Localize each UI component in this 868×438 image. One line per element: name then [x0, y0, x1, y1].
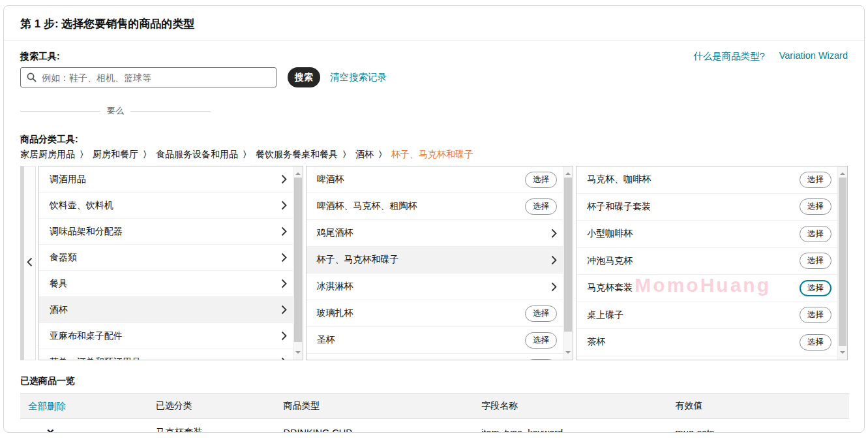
chevron-right-icon: [281, 253, 287, 262]
category-item[interactable]: 啤酒杯、马克杯、粗陶杯 选择: [307, 193, 573, 220]
scroll-down-icon[interactable]: [293, 349, 303, 359]
category-item[interactable]: 冰淇淋杯: [307, 274, 573, 300]
category-item[interactable]: 玻璃扎杯 选择: [307, 300, 573, 327]
scrollbar-thumb[interactable]: [564, 178, 572, 332]
category-item-label: 桌上碟子: [587, 309, 623, 321]
category-item[interactable]: 冲泡马克杯 选择: [576, 248, 847, 275]
category-item-label: 马克杯套装: [587, 282, 633, 294]
breadcrumb-item[interactable]: 〉 杯子、马克杯和碟子: [374, 149, 473, 161]
breadcrumb-item[interactable]: 〉 厨房和餐厅: [75, 149, 138, 161]
table-body: ✕ 马克杯套装 DRINKING CUP item_type_keyword m…: [20, 419, 849, 433]
breadcrumb-separator-icon: 〉: [342, 149, 351, 161]
collapse-left-button[interactable]: [20, 166, 36, 360]
scroll-up-icon[interactable]: [563, 167, 573, 177]
delete-all-link[interactable]: 全部删除: [28, 401, 66, 411]
select-button[interactable]: 选择: [800, 334, 831, 351]
select-button[interactable]: 选择: [800, 307, 831, 323]
category-item[interactable]: 调味品架和分配器: [39, 219, 303, 245]
table-row: ✕ 马克杯套装 DRINKING CUP item_type_keyword m…: [20, 419, 849, 433]
select-button[interactable]: 选择: [525, 332, 557, 349]
category-item-label: 饮料壶、饮料机: [50, 200, 113, 211]
scroll-up-icon[interactable]: [838, 167, 847, 177]
category-item[interactable]: 桌上碟子 选择: [576, 302, 847, 330]
select-button[interactable]: 选择: [525, 359, 557, 361]
scrollbar[interactable]: [563, 166, 573, 360]
scrollbar-thumb[interactable]: [839, 178, 846, 346]
category-item[interactable]: 鸡尾酒杯: [307, 220, 573, 247]
scroll-up-icon[interactable]: [293, 167, 303, 177]
search-input[interactable]: [20, 67, 277, 87]
variation-wizard-link[interactable]: Variation Wizard: [779, 50, 848, 63]
select-button[interactable]: 选择: [800, 198, 831, 215]
select-button[interactable]: 选择: [525, 172, 557, 188]
breadcrumb-item[interactable]: 〉 餐饮服务餐桌和餐具: [238, 149, 338, 161]
category-item-label: 餐具: [50, 278, 68, 290]
category-item[interactable]: 杯子、马克杯和碟子: [307, 247, 573, 274]
select-button[interactable]: 选择: [800, 280, 831, 296]
chevron-right-icon: [281, 357, 287, 360]
category-item-label: 调酒用品: [50, 174, 86, 185]
breadcrumb-item[interactable]: 〉 家居厨房用品: [20, 149, 75, 161]
category-item[interactable]: 饮料壶、饮料机: [39, 193, 303, 219]
scroll-down-icon[interactable]: [838, 349, 847, 359]
category-item[interactable]: 水杯 选择: [307, 354, 573, 360]
what-is-product-type-link[interactable]: 什么是商品类型?: [693, 50, 765, 63]
category-item[interactable]: 茶杯 选择: [576, 329, 847, 356]
category-item[interactable]: 小型咖啡杯 选择: [576, 221, 847, 248]
category-item-label: 玻璃扎杯: [317, 307, 353, 319]
divider-line: [130, 111, 211, 112]
breadcrumb-item-label: 酒杯: [355, 149, 374, 161]
category-item[interactable]: 马克杯、咖啡杯 选择: [576, 166, 847, 194]
column-header-category: 已选分类: [148, 400, 276, 412]
category-item-label: 啤酒杯、马克杯、粗陶杯: [317, 200, 417, 212]
category-item[interactable]: 食器類: [39, 245, 303, 271]
category-item-label: 茶杯: [587, 336, 605, 348]
scrollbar-thumb[interactable]: [294, 178, 302, 342]
chevron-right-icon: [281, 331, 287, 341]
breadcrumb: 〉 家居厨房用品 〉 厨房和餐厅 〉 食品服务设备和用品 〉 餐饮服务餐桌和餐具: [20, 149, 848, 161]
category-item[interactable]: 调酒用品: [39, 166, 303, 193]
scroll-down-icon[interactable]: [563, 349, 573, 359]
select-button[interactable]: 选择: [525, 198, 557, 215]
search-button[interactable]: 搜索: [288, 67, 320, 87]
category-item-label: 亚麻布和桌子配件: [50, 330, 123, 342]
category-column-2: 啤酒杯 选择 啤酒杯、马克杯、粗陶杯 选择 鸡尾酒杯: [306, 166, 574, 360]
category-item[interactable]: 菜单、订单和预订用品: [39, 349, 303, 360]
category-item[interactable]: 酒杯: [39, 297, 303, 323]
select-button[interactable]: 选择: [525, 305, 557, 322]
category-column-3: 马克杯、咖啡杯 选择 杯子和碟子套装 选择 小型咖啡杯 选择: [576, 166, 848, 360]
breadcrumb-item[interactable]: 〉 食品服务设备和用品: [138, 149, 238, 161]
category-item-label: 啤酒杯: [317, 174, 344, 185]
category-item[interactable]: 啤酒杯 选择: [307, 166, 573, 193]
or-divider-label: 要么: [107, 105, 124, 117]
chevron-left-icon: [27, 257, 33, 269]
or-divider: 要么: [20, 105, 211, 117]
clear-search-history-link[interactable]: 清空搜索记录: [330, 71, 387, 84]
selected-products-title: 已选商品一览: [20, 375, 848, 387]
category-item-label: 酒杯: [50, 304, 68, 316]
breadcrumb-item-label: 食品服务设备和用品: [156, 149, 238, 161]
breadcrumb-item-label: 杯子、马克杯和碟子: [391, 149, 473, 161]
delete-row-icon[interactable]: ✕: [46, 427, 55, 433]
category-item[interactable]: 马克杯套装 选择: [576, 275, 847, 302]
category-item-label: 菜单、订单和预订用品: [50, 356, 141, 361]
cell-category: 马克杯套装: [148, 426, 276, 433]
category-browser: 调酒用品 饮料壶、饮料机: [20, 166, 848, 360]
chevron-right-icon: [281, 279, 287, 289]
select-button[interactable]: 选择: [800, 253, 831, 269]
chevron-right-icon: [551, 228, 557, 238]
main-card: 第 1 步: 选择您要销售的商品的类型 搜索工具: 什么是商品类型? Varia…: [3, 5, 865, 433]
category-item[interactable]: 亚麻布和桌子配件: [39, 323, 303, 349]
breadcrumb-item[interactable]: 〉 酒杯: [338, 149, 374, 161]
search-icon: [26, 72, 37, 85]
chevron-right-icon: [551, 282, 557, 292]
category-item[interactable]: 杯子和碟子套装 选择: [576, 194, 847, 221]
scrollbar[interactable]: [293, 166, 303, 360]
select-button[interactable]: 选择: [800, 172, 831, 188]
select-button[interactable]: 选择: [800, 226, 831, 242]
column-header-valid-value: 有效值: [668, 400, 849, 412]
column-header-product-type: 商品类型: [275, 400, 473, 412]
scrollbar[interactable]: [837, 166, 847, 360]
category-item[interactable]: 圣杯 选择: [307, 327, 573, 354]
category-item[interactable]: 餐具: [39, 271, 303, 297]
